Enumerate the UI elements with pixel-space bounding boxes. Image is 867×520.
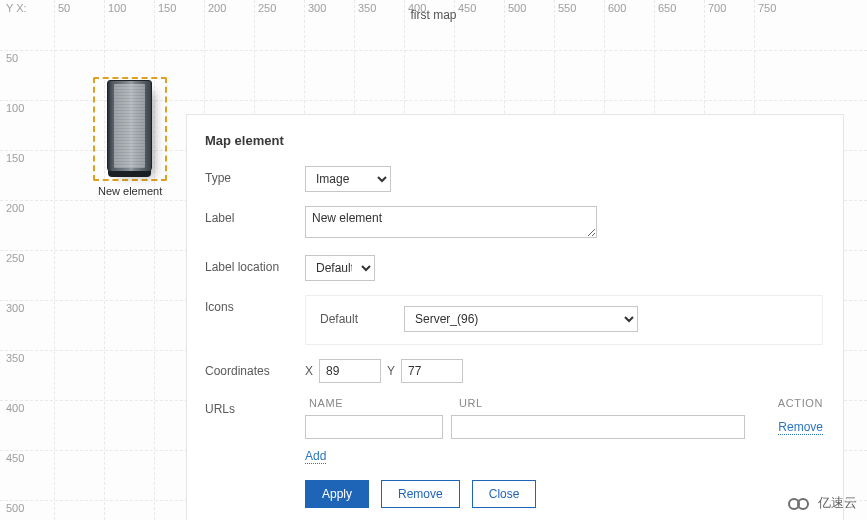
map-title: first map <box>410 8 456 22</box>
grid-y-tick: 500 <box>6 502 24 514</box>
element-label: New element <box>98 185 162 197</box>
watermark-logo-icon <box>788 495 812 511</box>
close-button[interactable]: Close <box>472 480 537 508</box>
grid-y-tick: 350 <box>6 352 24 364</box>
type-label: Type <box>205 166 305 185</box>
url-name-header: NAME <box>305 397 455 409</box>
grid-hline <box>0 50 867 51</box>
url-action-header: ACTION <box>753 397 823 409</box>
url-url-input[interactable] <box>451 415 745 439</box>
panel-title: Map element <box>205 133 823 148</box>
grid-vline <box>54 0 55 520</box>
grid-x-tick: 200 <box>208 2 226 14</box>
grid-y-tick: 100 <box>6 102 24 114</box>
urls-table: NAME URL ACTION Remove Add <box>305 397 823 464</box>
map-element-panel: Map element Type Image Label New element… <box>186 114 844 520</box>
grid-x-tick: 450 <box>458 2 476 14</box>
grid-x-tick: 350 <box>358 2 376 14</box>
coord-x-label: X <box>305 364 313 378</box>
grid-x-tick: 250 <box>258 2 276 14</box>
type-select[interactable]: Image <box>305 166 391 192</box>
coord-y-input[interactable] <box>401 359 463 383</box>
watermark-text: 亿速云 <box>818 494 857 512</box>
grid-x-tick: 650 <box>658 2 676 14</box>
url-url-header: URL <box>455 397 753 409</box>
grid-y-tick: 50 <box>6 52 18 64</box>
map-canvas[interactable]: 5010015020025030035040045050055060065070… <box>0 0 867 520</box>
grid-x-tick: 300 <box>308 2 326 14</box>
icons-default-label: Default <box>320 312 390 326</box>
urls-label: URLs <box>205 397 305 416</box>
grid-y-tick: 250 <box>6 252 24 264</box>
grid-x-tick: 600 <box>608 2 626 14</box>
grid-y-tick: 200 <box>6 202 24 214</box>
url-remove-link[interactable]: Remove <box>778 420 823 435</box>
grid-x-tick: 50 <box>58 2 70 14</box>
coord-x-input[interactable] <box>319 359 381 383</box>
icon-default-select[interactable]: Server_(96) <box>404 306 638 332</box>
grid-y-tick: 400 <box>6 402 24 414</box>
grid-x-tick: 150 <box>158 2 176 14</box>
grid-y-tick: 450 <box>6 452 24 464</box>
watermark: 亿速云 <box>788 494 857 512</box>
url-add-link[interactable]: Add <box>305 449 326 464</box>
grid-y-tick: 150 <box>6 152 24 164</box>
icons-label: Icons <box>205 295 305 314</box>
grid-x-tick: 750 <box>758 2 776 14</box>
coord-y-label: Y <box>387 364 395 378</box>
apply-button[interactable]: Apply <box>305 480 369 508</box>
url-row: Remove <box>305 415 823 439</box>
grid-x-tick: 100 <box>108 2 126 14</box>
label-location-label: Label location <box>205 255 305 274</box>
axis-corner-label: Y X: <box>6 2 27 14</box>
url-name-input[interactable] <box>305 415 443 439</box>
remove-button[interactable]: Remove <box>381 480 460 508</box>
label-textarea[interactable]: New element <box>305 206 597 238</box>
grid-y-tick: 300 <box>6 302 24 314</box>
grid-x-tick: 700 <box>708 2 726 14</box>
label-label: Label <box>205 206 305 225</box>
label-location-select[interactable]: Default <box>305 255 375 281</box>
server-rack-icon[interactable] <box>107 80 152 172</box>
grid-x-tick: 500 <box>508 2 526 14</box>
coordinates-label: Coordinates <box>205 359 305 378</box>
grid-x-tick: 550 <box>558 2 576 14</box>
icons-group: Default Server_(96) <box>305 295 823 345</box>
